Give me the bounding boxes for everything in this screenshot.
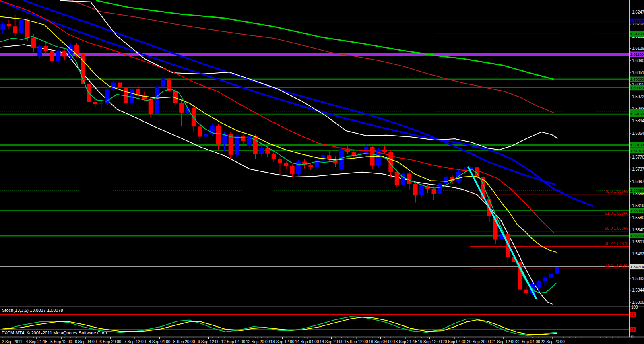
time-axis-label: 14 Sep 20:00	[320, 340, 344, 344]
price-tick-label: 1.58940	[632, 119, 644, 123]
candle-bearish	[432, 189, 436, 194]
price-tag-label: 1.58160	[630, 143, 644, 147]
candle-bullish	[204, 134, 208, 137]
time-axis-label: 15 Sep 12:00	[344, 340, 368, 344]
candle-bullish	[555, 267, 559, 274]
price-tag-label: 1.56030	[630, 208, 644, 213]
fib-level-label: 21.4	[605, 263, 613, 268]
candle-bearish	[413, 184, 418, 196]
price-tick-label: 1.53830	[632, 276, 644, 281]
candle-bearish	[272, 154, 276, 159]
candle-bearish	[179, 103, 184, 113]
chart-canvas[interactable]: 78.61.5656561.81.5586050.01.5536538.21.5…	[0, 0, 644, 344]
price-tick-label: 1.58540	[632, 131, 644, 136]
price-tag-label: 1.62180	[630, 19, 644, 23]
price-tick-label: 1.62470	[632, 10, 644, 14]
candle-bearish	[50, 51, 54, 61]
candle-bearish	[327, 155, 331, 159]
stoch-scale-label: 0	[631, 334, 634, 339]
candle-bullish	[235, 136, 239, 155]
time-axis-label: 14 Sep 04:00	[295, 340, 319, 344]
time-axis-label: 12 Sep 04:00	[221, 340, 246, 344]
fib-level-label: 61.8	[605, 211, 613, 216]
candle-bearish	[382, 150, 387, 152]
fib-level-value: 1.55860	[614, 211, 629, 216]
candle-bullish	[364, 147, 368, 153]
candle-bearish	[352, 152, 356, 155]
candle-bullish	[19, 20, 23, 33]
candle-bullish	[105, 89, 110, 103]
price-tick-label: 1.54620	[632, 252, 644, 256]
price-tag-label: 1.55220	[630, 233, 644, 238]
price-tick-label: 1.53050	[632, 300, 644, 305]
candle-bearish	[216, 126, 221, 144]
candle-bearish	[241, 136, 245, 141]
chart-background	[0, 0, 644, 344]
candle-bearish	[309, 165, 313, 167]
time-axis-label: 20 Sep 04:00	[442, 340, 466, 344]
price-tick-label: 1.53440	[632, 288, 644, 293]
candle-bullish	[155, 87, 159, 114]
candle-bearish	[198, 126, 202, 136]
candle-bullish	[99, 103, 103, 104]
candle-bullish	[1, 24, 5, 30]
time-axis-label: 21 Sep 12:00	[491, 340, 516, 344]
candle-bearish	[407, 174, 411, 184]
time-axis-label: 2 Sep 2011	[2, 340, 23, 344]
price-tick-label: 1.57370	[632, 167, 644, 171]
candle-bearish	[149, 99, 153, 114]
candle-bearish	[395, 172, 399, 185]
time-axis-label: 6 Sep 20:00	[99, 340, 121, 344]
time-axis-label: 5 Sep 12:00	[50, 340, 72, 344]
candle-bearish	[93, 102, 97, 104]
candle-bearish	[302, 162, 307, 165]
price-tick-label: 1.55800	[632, 216, 644, 220]
time-axis-label: 9 Sep 12:00	[198, 340, 219, 344]
candle-bearish	[278, 159, 282, 163]
candle-bullish	[537, 281, 541, 288]
fib-level-value: 1.55365	[614, 226, 629, 231]
candle-bullish	[161, 79, 165, 87]
time-axis-label: 19 Sep 12:00	[418, 340, 442, 344]
price-tick-label: 1.56190	[632, 204, 644, 208]
candle-bearish	[265, 148, 270, 154]
copyright-label: FXCM MT4, © 2001-2011 MetaQuotes Softwar…	[2, 330, 108, 335]
price-tag-label: 1.61760	[630, 32, 644, 36]
price-tag-label: 1.54214	[630, 264, 644, 269]
candle-bullish	[401, 174, 405, 185]
time-axis-label: 6 Sep 04:00	[75, 340, 97, 344]
candle-bearish	[62, 51, 67, 57]
candle-bearish	[7, 24, 11, 26]
fib-level-label: 78.6	[605, 189, 613, 194]
candle-bearish	[13, 26, 17, 33]
time-axis-label: 4 Sep 21:15	[26, 340, 47, 344]
candle-bearish	[290, 166, 295, 174]
candle-bullish	[321, 155, 325, 160]
candle-bullish	[111, 82, 116, 89]
price-tick-label: 1.55400	[632, 228, 644, 232]
stoch-indicator-label: Stoch(13,3,5) 13.8037 10.8078	[2, 308, 63, 313]
time-axis-label: 8 Sep 04:00	[149, 340, 170, 344]
price-tick-label: 1.57760	[632, 155, 644, 159]
candle-bearish	[44, 46, 48, 51]
candle-bullish	[296, 162, 301, 174]
time-axis-label: 18 Sep 21:15	[393, 340, 417, 344]
candle-bullish	[56, 51, 60, 61]
fib-level-label: 38.2	[605, 241, 613, 246]
candle-bullish	[438, 183, 442, 194]
time-axis-label: 16 Sep 04:00	[369, 340, 393, 344]
time-axis-label: 13 Sep 12:00	[270, 340, 295, 344]
time-axis-label: 8 Sep 20:00	[173, 340, 195, 344]
candle-bullish	[419, 186, 424, 195]
candle-bullish	[130, 89, 134, 103]
time-axis-label: 7 Sep 12:00	[124, 340, 146, 344]
candle-bullish	[444, 177, 448, 183]
candle-bullish	[37, 46, 42, 56]
candle-bullish	[549, 274, 553, 278]
price-tag-label: 1.59160	[630, 112, 644, 116]
candle-bearish	[524, 290, 528, 293]
candle-bearish	[25, 20, 30, 38]
candle-bullish	[259, 148, 264, 154]
time-axis-label: 20 Sep 20:00	[467, 340, 491, 344]
fib-level-value: 1.56565	[614, 189, 629, 194]
